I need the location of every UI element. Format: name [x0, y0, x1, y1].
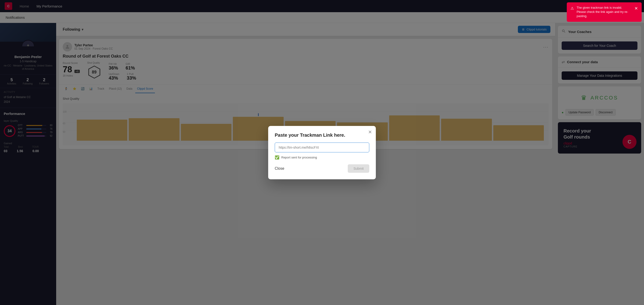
modal-close-x-button[interactable]: ✕: [368, 130, 372, 134]
success-text: Report sent for processing: [281, 156, 317, 159]
modal-actions: Close Submit: [275, 164, 369, 173]
toast-message: The given trackman link is invalid. Plea…: [576, 6, 632, 18]
modal-success-message: ✅ Report sent for processing: [275, 155, 369, 160]
trackman-modal: Paste your Trackman Link here. ✕ ✅ Repor…: [268, 126, 376, 179]
toast-close-button[interactable]: ✕: [634, 6, 638, 12]
check-circle-icon: ✅: [275, 155, 280, 160]
trackman-link-input[interactable]: [275, 142, 369, 152]
modal-overlay[interactable]: Paste your Trackman Link here. ✕ ✅ Repor…: [0, 0, 644, 305]
modal-close-button[interactable]: Close: [275, 164, 284, 172]
error-toast: ⚠ The given trackman link is invalid. Pl…: [567, 2, 642, 22]
toast-warning-icon: ⚠: [570, 6, 574, 11]
modal-submit-button[interactable]: Submit: [348, 164, 369, 173]
modal-title: Paste your Trackman Link here.: [275, 132, 369, 138]
